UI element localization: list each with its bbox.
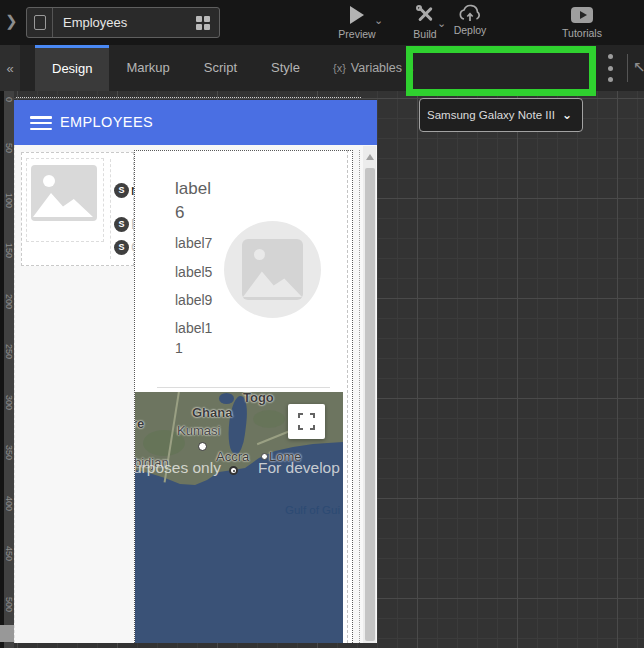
google-map-widget[interactable]: Togo Ghana re Kumasi Accra Lome bidjan u… [135, 392, 343, 643]
app-header-title: EMPLOYEES [60, 114, 153, 130]
variables-chevron-icon: ⌄ [407, 63, 415, 74]
app-header-widget[interactable]: EMPLOYEES [14, 100, 377, 145]
label-widget[interactable]: label9 [175, 292, 212, 308]
tab-markup[interactable]: Markup [109, 45, 186, 91]
phone-body: S n S D S C label 6 label7 [14, 145, 377, 643]
top-toolbar: ❯ Employees Preview ⌄ Build ⌄ Deploy Tut… [0, 0, 644, 45]
map-label-gulf-of-guinea: Gulf of Gui [285, 504, 340, 516]
more-options-kebab-icon[interactable] [604, 54, 616, 82]
image-placeholder-icon [31, 165, 97, 221]
label-widget[interactable]: 1 [175, 340, 183, 356]
app-builder-window: ❯ Employees Preview ⌄ Build ⌄ Deploy Tut… [0, 0, 644, 648]
video-tutorials-icon [571, 7, 593, 23]
collapse-panel-button[interactable]: « [0, 45, 20, 91]
label-widget[interactable]: label5 [175, 264, 212, 280]
tab-style[interactable]: Style [254, 45, 317, 91]
map-city-marker [198, 442, 207, 451]
expand-chevron-icon[interactable]: ❯ [5, 12, 18, 30]
data-binding-icon: S [114, 217, 129, 232]
variables-label: Variables [351, 61, 402, 75]
tutorials-button[interactable]: Tutorials [556, 4, 608, 39]
phone-scrollbar[interactable] [363, 146, 376, 643]
ruler-corner-block [0, 625, 14, 642]
device-selector-chevron-icon: ⌄ [562, 108, 572, 122]
toolbar-divider [627, 54, 628, 82]
map-terrain-patch [253, 410, 285, 428]
selection-guide [347, 150, 348, 643]
design-canvas[interactable]: 0 50 100 150 200 250 300 350 400 450 500… [0, 91, 644, 648]
map-lake-volta [219, 393, 234, 404]
page-tab-label: Employees [53, 15, 196, 30]
map-fullscreen-button[interactable] [288, 404, 325, 439]
preview-dropdown-chevron-icon[interactable]: ⌄ [374, 14, 383, 27]
phone-screen-mockup[interactable]: EMPLOYEES S n S [14, 100, 377, 643]
avatar-image-placeholder[interactable] [224, 221, 321, 318]
detail-panel-widget[interactable]: label 6 label7 label5 label9 label1 1 [134, 150, 353, 643]
device-selector[interactable]: Samsung Galaxy Note III ⌄ [419, 98, 583, 132]
list-item-widget[interactable]: S n S D S C [21, 152, 134, 266]
map-label-partial: re [135, 416, 144, 431]
page-icon [27, 8, 53, 37]
label-widget[interactable]: label1 [175, 320, 212, 336]
map-label-ghana: Ghana [192, 405, 232, 420]
editor-tab-bar: « Design Markup Script Style {x} Variabl… [0, 45, 644, 91]
deploy-button[interactable]: Deploy [445, 4, 495, 36]
cloud-upload-icon [458, 4, 482, 24]
column-divider [110, 159, 111, 259]
label-widget[interactable]: label [175, 179, 211, 199]
map-watermark: urposes only [135, 459, 221, 477]
build-tools-icon [415, 4, 435, 24]
map-city-marker [229, 466, 238, 475]
vertical-ruler: 0 50 100 150 200 250 300 350 400 450 500 [0, 91, 14, 648]
panel-divider [157, 387, 330, 388]
tab-design[interactable]: Design [35, 45, 109, 91]
image-placeholder-icon [242, 239, 303, 300]
tab-script[interactable]: Script [187, 45, 254, 91]
data-binding-icon: S [114, 240, 129, 255]
device-selector-value: Samsung Galaxy Note III [420, 109, 562, 121]
map-watermark: For develop [258, 459, 340, 477]
scroll-up-arrow-icon[interactable] [366, 154, 374, 160]
scrollbar-thumb[interactable] [365, 168, 375, 641]
variables-dropdown[interactable]: {x} Variables ⌄ [333, 45, 415, 91]
label-widget[interactable]: 6 [175, 203, 184, 223]
undo-arrow-icon[interactable]: ↖ [633, 58, 644, 76]
image-widget[interactable] [26, 158, 104, 242]
fullscreen-icon [298, 413, 315, 430]
map-label-kumasi: Kumasi [177, 423, 220, 438]
label-widget[interactable]: label7 [175, 235, 212, 251]
play-icon [350, 6, 364, 24]
page-tab-employees[interactable]: Employees [26, 7, 220, 38]
data-binding-icon: S [114, 183, 129, 198]
map-label-togo: Togo [243, 392, 274, 405]
variables-icon: {x} [333, 62, 346, 74]
selection-guide [359, 150, 360, 643]
editor-tabs: Design Markup Script Style [35, 45, 317, 91]
hamburger-menu-icon[interactable] [30, 116, 52, 130]
grid-view-icon[interactable] [196, 16, 210, 30]
